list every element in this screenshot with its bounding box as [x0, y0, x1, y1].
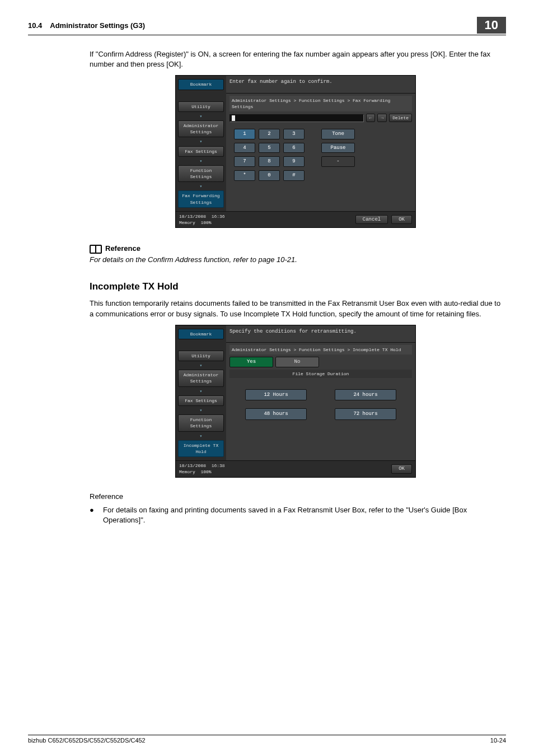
page-footer: bizhub C652/C652DS/C552/C552DS/C452 10-2… — [28, 735, 506, 744]
down-arrow-icon: ▾ — [178, 113, 224, 119]
ok-button[interactable]: OK — [391, 215, 412, 225]
no-button[interactable]: No — [275, 357, 319, 367]
keypad-6[interactable]: 6 — [283, 143, 305, 153]
device-panel-fax-forwarding: Bookmark Enter fax number again to confi… — [175, 75, 416, 228]
fax-number-input[interactable] — [229, 114, 364, 122]
down-arrow-icon: ▾ — [178, 433, 224, 439]
sidebar-fax-forwarding[interactable]: Fax Forwarding Settings — [178, 190, 224, 207]
keypad-3[interactable]: 3 — [283, 129, 305, 139]
reference-heading: Reference — [105, 244, 140, 254]
down-arrow-icon: ▾ — [178, 138, 224, 144]
hours-24-button[interactable]: 24 hours — [335, 389, 396, 401]
down-arrow-icon: ▾ — [178, 388, 224, 394]
down-arrow-icon: ▾ — [178, 407, 224, 413]
device-panel-tx-hold: Bookmark Specify the conditions for retr… — [175, 325, 416, 478]
keypad-0[interactable]: 0 — [259, 170, 280, 181]
sidebar-function-settings[interactable]: Function Settings — [178, 414, 224, 431]
hours-72-button[interactable]: 72 hours — [335, 408, 396, 420]
storage-duration-label: File Storage Duration — [229, 370, 412, 378]
down-arrow-icon: ▾ — [178, 183, 224, 189]
pause-button[interactable]: Pause — [321, 143, 355, 153]
sidebar-incomplete-tx-hold[interactable]: Incomplete TX Hold — [178, 440, 224, 457]
section-number: 10.4 — [28, 21, 42, 30]
sidebar-admin-settings[interactable]: Administrator Settings — [178, 120, 224, 137]
keypad-2[interactable]: 2 — [259, 129, 280, 139]
keypad-1[interactable]: 1 — [234, 129, 255, 139]
delete-button[interactable]: Delete — [389, 114, 412, 122]
hours-12-button[interactable]: 12 Hours — [245, 389, 307, 401]
keypad-star[interactable]: * — [234, 170, 255, 181]
hours-48-button[interactable]: 48 hours — [245, 408, 307, 420]
keypad-4[interactable]: 4 — [234, 143, 255, 153]
sidebar-utility[interactable]: Utility — [178, 101, 224, 112]
page-header: 10.4 Administrator Settings (G3) 10 — [28, 17, 506, 35]
keypad-5[interactable]: 5 — [259, 143, 280, 153]
sidebar-utility[interactable]: Utility — [178, 351, 224, 361]
tone-button[interactable]: Tone — [321, 129, 355, 139]
bookmark-button[interactable]: Bookmark — [178, 329, 224, 339]
bookmark-button[interactable]: Bookmark — [178, 79, 224, 90]
cursor-right-button[interactable]: → — [377, 114, 387, 122]
keypad-9[interactable]: 9 — [283, 156, 305, 167]
text-cursor-icon — [232, 115, 235, 121]
cursor-left-button[interactable]: ← — [366, 114, 376, 122]
keypad-hash[interactable]: # — [283, 170, 305, 181]
down-arrow-icon: ▾ — [178, 158, 224, 164]
section-title: Administrator Settings (G3) — [50, 21, 145, 30]
sidebar-fax-settings[interactable]: Fax Settings — [178, 146, 224, 157]
cancel-button[interactable]: Cancel — [355, 215, 388, 225]
reference-label: Reference — [90, 492, 502, 502]
ok-button[interactable]: OK — [391, 464, 412, 474]
sidebar-admin-settings[interactable]: Administrator Settings — [178, 370, 224, 386]
product-name: bizhub C652/C652DS/C552/C552DS/C452 — [28, 737, 146, 744]
keypad-8[interactable]: 8 — [259, 156, 280, 167]
subsection-paragraph: This function temporarily retains docume… — [90, 298, 502, 319]
status-bar: 10/13/2008 16:38 Memory 100% — [179, 463, 225, 475]
sidebar-function-settings[interactable]: Function Settings — [178, 165, 224, 182]
sidebar-fax-settings[interactable]: Fax Settings — [178, 395, 224, 406]
chapter-number: 10 — [477, 17, 506, 34]
dash-button[interactable]: - — [321, 156, 355, 167]
breadcrumb: Administrator Settings > Function Settin… — [229, 96, 412, 111]
subsection-heading: Incomplete TX Hold — [90, 280, 502, 293]
bullet-icon: ● — [90, 505, 93, 525]
keypad-7[interactable]: 7 — [234, 156, 255, 167]
down-arrow-icon: ▾ — [178, 362, 224, 368]
panel-title: Enter fax number again to confirm. — [226, 76, 415, 93]
panel-title: Specify the conditions for retransmittin… — [226, 325, 415, 343]
breadcrumb: Administrator Settings > Function Settin… — [229, 345, 412, 354]
reference-book-icon — [90, 245, 102, 254]
status-bar: 10/13/2008 16:36 Memory 100% — [179, 213, 225, 226]
yes-button[interactable]: Yes — [229, 357, 273, 367]
intro-paragraph: If "Confirm Address (Register)" is ON, a… — [90, 49, 502, 69]
reference-bullet-text: For details on faxing and printing docum… — [103, 505, 502, 525]
page-number: 10-24 — [490, 737, 506, 744]
reference-text: For details on the Confirm Address funct… — [90, 255, 502, 265]
